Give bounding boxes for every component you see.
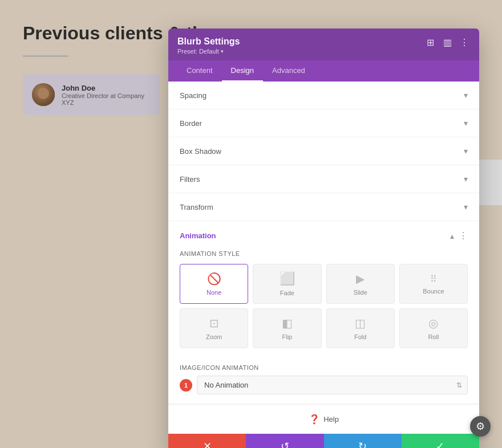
fold-icon: ◫ xyxy=(355,316,366,330)
chevron-down-icon: ▾ xyxy=(464,119,468,128)
anim-label-roll: Roll xyxy=(428,333,439,340)
chevron-down-icon: ▾ xyxy=(464,202,468,211)
section-box-shadow-label: Box Shadow xyxy=(180,147,221,156)
settings-panel: Blurb Settings Preset: Default ▾ ⊞ ▥ ⋮ C… xyxy=(168,28,479,448)
animation-style-section: Animation Style 🚫 None ⬜ Fade ▶ xyxy=(168,250,479,357)
panel-tabs: Content Design Advanced xyxy=(168,60,479,82)
gear-fab[interactable]: ⚙ xyxy=(470,416,491,437)
animation-select[interactable]: No Animation xyxy=(197,376,468,394)
tab-design[interactable]: Design xyxy=(222,60,263,82)
chevron-down-icon: ▾ xyxy=(464,174,468,184)
anim-btn-none[interactable]: 🚫 None xyxy=(180,264,248,304)
chevron-down-icon: ▾ xyxy=(464,91,468,100)
anim-label-zoom: Zoom xyxy=(206,333,222,340)
fade-icon: ⬜ xyxy=(280,271,295,286)
panel-body: Spacing ▾ Border ▾ Box Shadow ▾ Filters … xyxy=(168,82,479,434)
no-animation-select[interactable]: No Animation ⇅ xyxy=(197,376,468,394)
panel-header: Blurb Settings Preset: Default ▾ ⊞ ▥ ⋮ xyxy=(168,28,479,60)
animation-section: Animation ▴ ⋮ Animation Style 🚫 None xyxy=(168,221,479,404)
preset-dropdown-icon: ▾ xyxy=(221,48,224,54)
badge-number: 1 xyxy=(180,379,192,392)
anim-label-slide: Slide xyxy=(353,289,367,296)
undo-button[interactable]: ↺ xyxy=(246,434,323,448)
animation-style-label: Animation Style xyxy=(180,250,468,257)
section-border-label: Border xyxy=(180,119,202,128)
animation-grid: 🚫 None ⬜ Fade ▶ Slide ⠿ xyxy=(180,264,468,348)
panel-preset[interactable]: Preset: Default ▾ xyxy=(177,48,240,55)
section-spacing-label: Spacing xyxy=(180,91,207,100)
panel-title: Blurb Settings xyxy=(177,36,240,47)
redo-icon: ↻ xyxy=(358,440,367,448)
bounce-icon: ⠿ xyxy=(430,274,437,284)
save-button[interactable]: ✓ xyxy=(402,434,479,448)
anim-label-fade: Fade xyxy=(280,290,294,296)
anim-btn-bounce[interactable]: ⠿ Bounce xyxy=(399,264,468,304)
anim-btn-roll[interactable]: ◎ Roll xyxy=(399,308,468,348)
animation-header-right: ▴ ⋮ xyxy=(450,230,468,241)
panel-footer: ✕ ↺ ↻ ✓ xyxy=(168,434,479,448)
chevron-down-icon: ▾ xyxy=(464,146,468,156)
columns-icon[interactable]: ▥ xyxy=(442,36,453,48)
section-filters[interactable]: Filters ▾ xyxy=(168,165,479,193)
panel-header-left: Blurb Settings Preset: Default ▾ xyxy=(177,36,240,55)
more-options-icon[interactable]: ⋮ xyxy=(459,36,470,48)
anim-btn-fade[interactable]: ⬜ Fade xyxy=(253,264,321,304)
section-box-shadow[interactable]: Box Shadow ▾ xyxy=(168,137,479,165)
fullscreen-icon[interactable]: ⊞ xyxy=(424,36,436,48)
none-icon: 🚫 xyxy=(207,272,221,286)
slide-icon: ▶ xyxy=(356,272,365,286)
anim-label-flip: Flip xyxy=(282,333,293,340)
panel-header-icons: ⊞ ▥ ⋮ xyxy=(424,36,470,48)
anim-btn-zoom[interactable]: ⊡ Zoom xyxy=(180,308,248,348)
image-anim-row: 1 No Animation ⇅ xyxy=(180,376,468,394)
roll-icon: ◎ xyxy=(428,316,438,330)
anim-btn-slide[interactable]: ▶ Slide xyxy=(326,264,395,304)
anim-btn-flip[interactable]: ◧ Flip xyxy=(253,308,321,348)
anim-label-bounce: Bounce xyxy=(423,288,444,295)
redo-button[interactable]: ↻ xyxy=(324,434,402,448)
tab-advanced[interactable]: Advanced xyxy=(263,60,314,82)
section-transform[interactable]: Transform ▾ xyxy=(168,193,479,221)
zoom-icon: ⊡ xyxy=(209,316,219,330)
cancel-icon: ✕ xyxy=(203,440,212,448)
tab-content[interactable]: Content xyxy=(177,60,222,82)
section-border[interactable]: Border ▾ xyxy=(168,109,479,137)
image-icon-animation-section: Image/Icon Animation 1 No Animation ⇅ xyxy=(168,357,479,404)
animation-title: Animation xyxy=(180,231,216,240)
cancel-button[interactable]: ✕ xyxy=(168,434,246,448)
image-icon-animation-label: Image/Icon Animation xyxy=(180,364,468,371)
section-spacing[interactable]: Spacing ▾ xyxy=(168,82,479,109)
undo-icon: ↺ xyxy=(281,440,289,448)
save-icon: ✓ xyxy=(436,440,444,448)
animation-more-icon[interactable]: ⋮ xyxy=(459,230,468,241)
anim-label-fold: Fold xyxy=(354,333,366,340)
anim-btn-fold[interactable]: ◫ Fold xyxy=(326,308,395,348)
animation-header: Animation ▴ ⋮ xyxy=(168,221,479,250)
help-icon: ❓ xyxy=(309,414,320,425)
section-filters-label: Filters xyxy=(180,175,200,184)
help-section: ❓ Help xyxy=(168,404,479,434)
flip-icon: ◧ xyxy=(282,316,293,330)
anim-label-none: None xyxy=(207,289,221,296)
chevron-up-icon[interactable]: ▴ xyxy=(450,231,454,241)
section-transform-label: Transform xyxy=(180,203,213,211)
help-text[interactable]: Help xyxy=(323,415,339,423)
